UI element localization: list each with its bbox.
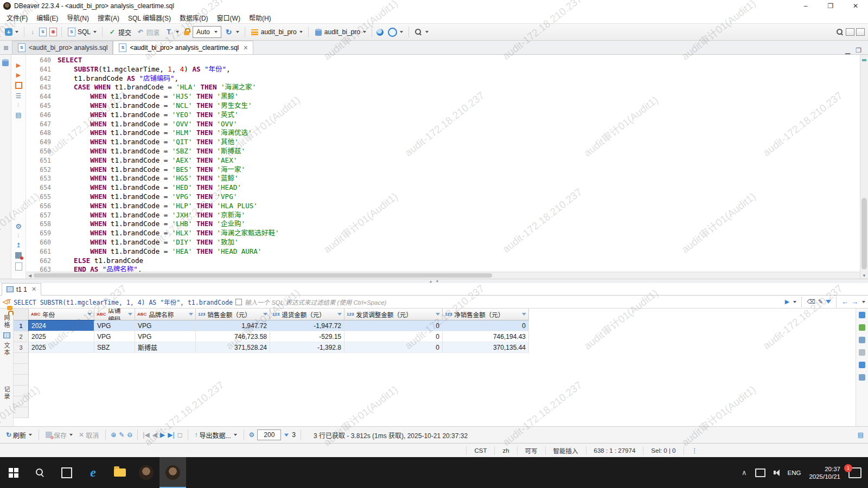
horizontal-scrollbar[interactable]: ◀ xyxy=(26,272,860,279)
restore-panel-icon[interactable]: ⊞ xyxy=(0,41,12,54)
grid-cell[interactable]: -1,392.8 xyxy=(270,342,344,353)
volume-icon[interactable] xyxy=(774,470,780,476)
history-back-icon[interactable]: ← xyxy=(841,298,848,306)
grid-cell[interactable]: 2025 xyxy=(29,342,94,353)
maximize-editor-icon[interactable]: ❐ xyxy=(856,47,861,54)
commit-button[interactable]: ✓提交 xyxy=(106,27,133,38)
display-tray-icon[interactable] xyxy=(755,468,765,477)
execute-script-icon[interactable] xyxy=(15,82,22,89)
value-panel-icon[interactable] xyxy=(859,312,865,318)
code-area[interactable]: 640SELECT641 SUBSTR(t1.mgclearTime, 1, 4… xyxy=(26,55,860,272)
status-timezone[interactable]: CST xyxy=(466,446,494,455)
grid-cell[interactable]: 746,194.43 xyxy=(443,331,529,342)
filter-dropdown-icon[interactable] xyxy=(436,313,440,316)
status-insert-mode[interactable]: 智能插入 xyxy=(545,446,586,455)
column-header-4[interactable]: 123退货金额（元） xyxy=(270,309,344,320)
column-header-3[interactable]: 123销售金额（元） xyxy=(196,309,270,320)
duplicate-row-icon[interactable]: ✎ xyxy=(119,431,124,439)
chevron-down-icon[interactable] xyxy=(793,301,796,303)
explain-plan-icon[interactable]: ☰ xyxy=(16,93,22,99)
input-language[interactable]: ENG xyxy=(788,470,801,476)
refresh-results-button[interactable]: ↻刷新 xyxy=(4,429,34,441)
grid-cell[interactable]: 0 xyxy=(344,320,443,331)
metadata-panel-icon[interactable] xyxy=(859,337,865,343)
edit-filter-icon[interactable]: ✎ xyxy=(818,298,823,305)
row-number-cell[interactable]: 3 xyxy=(14,342,29,353)
close-button[interactable]: ✕ xyxy=(843,0,868,12)
scroll-left-icon[interactable]: ◀ xyxy=(26,273,34,278)
filter-dropdown-icon[interactable] xyxy=(128,313,132,316)
minimize-editor-icon[interactable]: ▁ xyxy=(845,47,850,54)
filter-funnel-icon[interactable] xyxy=(826,300,831,304)
column-header-2[interactable]: ABC品牌名称 xyxy=(135,309,196,320)
grid-cell[interactable]: 0 xyxy=(344,342,443,353)
rollback-button[interactable]: ↶回滚 xyxy=(135,27,161,38)
grid-cell[interactable]: 370,135.44 xyxy=(443,342,529,353)
results-settings-icon[interactable]: ⚙ xyxy=(249,431,255,439)
database-selector[interactable]: audit_bi_pro xyxy=(249,27,304,37)
database-navigator-icon[interactable] xyxy=(2,60,9,66)
fetch-size-input[interactable]: 200 xyxy=(257,429,281,440)
vertical-scrollbar[interactable]: ▼ xyxy=(860,55,868,279)
globe-icon[interactable] xyxy=(376,28,385,36)
maximize-button[interactable]: ❐ xyxy=(818,0,843,12)
open-perspective-icon[interactable] xyxy=(846,28,854,36)
scroll-down-icon[interactable]: ▼ xyxy=(860,273,868,278)
column-header-1[interactable]: ABC店铺编码 xyxy=(94,309,135,320)
next-page-icon[interactable]: ▶ xyxy=(160,431,165,439)
filter-dropdown-icon[interactable] xyxy=(337,313,342,316)
hscroll-thumb[interactable] xyxy=(34,273,492,278)
column-header-5[interactable]: 123发货调整金额（元） xyxy=(344,309,443,320)
close-icon[interactable]: ✕ xyxy=(31,286,36,293)
sash-up-icon[interactable]: ▲ xyxy=(429,280,432,283)
menu-help[interactable]: 帮助(H) xyxy=(245,12,276,23)
sql-doc-red-icon[interactable]: ✱ xyxy=(49,28,58,36)
grid-cell[interactable]: VPG xyxy=(135,331,196,342)
filter-dropdown-icon[interactable] xyxy=(189,313,193,316)
schema-selector[interactable]: audit_bi_pro xyxy=(312,27,368,37)
grid-cell[interactable]: -1,947.72 xyxy=(270,320,344,331)
calc-panel-icon[interactable] xyxy=(859,324,865,331)
status-writable[interactable]: 可写 xyxy=(517,446,545,455)
taskbar-search-button[interactable] xyxy=(27,457,53,488)
references-panel-icon[interactable] xyxy=(859,349,865,356)
editor-tab-0[interactable]: S<audit_bi_pro> analysis.sql xyxy=(12,41,113,54)
hidden-icons-caret[interactable]: ∧ xyxy=(742,468,747,477)
taskbar-clock[interactable]: 20:37 2025/10/21 xyxy=(809,465,840,480)
perspective-sql-icon[interactable] xyxy=(856,28,865,36)
menu-search[interactable]: 搜索(A) xyxy=(93,12,124,23)
navigation-button[interactable] xyxy=(386,27,405,38)
grid-cell[interactable]: 0 xyxy=(344,331,443,342)
filter-dropdown-icon[interactable] xyxy=(522,313,526,316)
toggle-panel-icon[interactable]: ▤ xyxy=(858,431,864,439)
menu-database[interactable]: 数据库(D) xyxy=(175,12,213,23)
add-row-icon[interactable]: ⊕ xyxy=(111,431,116,439)
filter-dropdown-icon[interactable] xyxy=(263,313,267,316)
grouping-panel-icon[interactable] xyxy=(859,374,865,381)
save-results-button[interactable]: 保存 xyxy=(44,429,74,441)
grid-cell[interactable]: SBZ xyxy=(94,342,135,353)
grid-view-tab[interactable]: 网格 xyxy=(2,314,11,329)
execute-statement-icon[interactable]: ▶ xyxy=(16,62,21,68)
last-page-icon[interactable]: ▶| xyxy=(168,431,174,439)
results-tab[interactable]: t1 1 ✕ xyxy=(2,283,41,296)
text-view-tab[interactable]: 文本 xyxy=(2,342,11,356)
row-number-cell[interactable]: 1 xyxy=(14,320,29,331)
sash-divider[interactable]: ▲▼ xyxy=(0,279,868,283)
filter-dropdown-icon[interactable] xyxy=(87,313,92,316)
isolation-combo[interactable]: Auto xyxy=(193,26,221,38)
expand-filter-icon[interactable] xyxy=(235,299,242,305)
settings-gear-icon[interactable]: ⚙ xyxy=(15,223,22,230)
show-panel-icon[interactable]: ▤ xyxy=(15,112,21,118)
grid-cell[interactable]: 1,947.72 xyxy=(196,320,270,331)
status-locale[interactable]: zh xyxy=(494,446,516,455)
status-selection[interactable]: Sel: 0 | 0 xyxy=(643,446,683,455)
quick-search-icon[interactable] xyxy=(835,28,844,36)
grid-cell[interactable]: VPG xyxy=(94,331,135,342)
grid-cell[interactable]: -529.15 xyxy=(270,331,344,342)
column-header-6[interactable]: 123净销售金额（元） xyxy=(443,309,529,320)
editor-tab-1[interactable]: S<audit_bi_pro> analysis_cleartime.sql✕ xyxy=(113,41,253,54)
grid-cell[interactable]: VPG xyxy=(94,320,135,331)
sash-down-icon[interactable]: ▼ xyxy=(436,280,439,283)
vscroll-thumb[interactable] xyxy=(861,198,867,269)
